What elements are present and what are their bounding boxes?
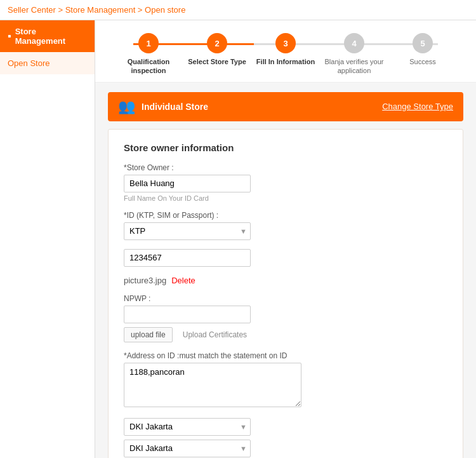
store-owner-input[interactable] — [124, 175, 251, 192]
city-select[interactable]: DKI Jakarta Bogor Depok — [124, 440, 251, 457]
step-2: 2 Select Store Type — [183, 33, 251, 66]
address-textarea[interactable]: 1188,pancoran — [124, 363, 301, 407]
id-type-select[interactable]: KTP SIM Passport — [124, 222, 251, 240]
step-5-circle: 5 — [413, 33, 433, 53]
id-type-select-wrapper: KTP SIM Passport ▼ — [124, 222, 251, 240]
store-type-label: Individual Store — [142, 102, 376, 112]
id-number-group — [124, 249, 447, 267]
delete-file-link[interactable]: Delete — [171, 276, 195, 285]
step-4-label: Blanja verifies your application — [320, 57, 388, 76]
step-2-label: Select Store Type — [188, 57, 246, 66]
step-3-label: Fill In Information — [256, 57, 315, 66]
address-group: *Address on ID :must match the statement… — [124, 351, 447, 409]
store-owner-group: *Store Owner : Full Name On Your ID Card — [124, 163, 447, 202]
form-container: Store owner information *Store Owner : F… — [108, 129, 463, 458]
sidebar: Store Management Open Store — [0, 20, 95, 458]
npwp-label: NPWP : — [124, 294, 447, 303]
step-5: 5 Success — [388, 33, 457, 66]
id-type-group: *ID (KTP, SIM or Passport) : KTP SIM Pas… — [124, 211, 447, 240]
upload-cert-button[interactable]: Upload Certificates — [176, 327, 253, 342]
id-number-input[interactable] — [124, 249, 251, 267]
step-3: 3 Fill In Information — [251, 33, 320, 66]
step-2-circle: 2 — [207, 33, 227, 53]
sidebar-item-open-store[interactable]: Open Store — [0, 52, 95, 74]
sidebar-header-label: Store Management — [15, 27, 87, 46]
step-1: 1 Qualification inspection — [114, 33, 183, 76]
file-name: picture3.jpg — [124, 276, 166, 285]
store-owner-hint: Full Name On Your ID Card — [124, 194, 447, 202]
form-section-title: Store owner information — [124, 142, 447, 153]
address-selects: DKI Jakarta Jawa Barat Jawa Tengah ▼ DKI… — [124, 418, 447, 458]
step-1-label: Qualification inspection — [114, 57, 183, 76]
step-5-label: Success — [409, 57, 436, 66]
sidebar-header: Store Management — [0, 20, 95, 52]
province-select[interactable]: DKI Jakarta Jawa Barat Jawa Tengah — [124, 418, 251, 436]
npwp-group: NPWP : upload file Upload Certificates — [124, 294, 447, 342]
steps: 1 Qualification inspection 2 Select Stor… — [114, 33, 457, 76]
change-store-type-link[interactable]: Change Store Type — [382, 102, 453, 111]
province-select-wrapper: DKI Jakarta Jawa Barat Jawa Tengah ▼ — [124, 418, 251, 436]
step-3-circle: 3 — [275, 33, 296, 53]
address-label: *Address on ID :must match the statement… — [124, 351, 447, 360]
store-owner-label: *Store Owner : — [124, 163, 447, 172]
step-4: 4 Blanja verifies your application — [320, 33, 388, 76]
upload-buttons: upload file Upload Certificates — [124, 327, 447, 342]
store-type-banner: 👥 Individual Store Change Store Type — [108, 92, 463, 121]
main-content: 1 Qualification inspection 2 Select Stor… — [95, 20, 476, 458]
breadcrumb: Seller Center > Store Management > Open … — [0, 0, 476, 20]
step-4-circle: 4 — [344, 33, 364, 53]
step-1-circle: 1 — [138, 33, 159, 53]
city-select-wrapper: DKI Jakarta Bogor Depok ▼ — [124, 440, 251, 457]
individual-store-icon: 👥 — [118, 98, 135, 115]
file-info: picture3.jpg Delete — [124, 276, 447, 285]
steps-container: 1 Qualification inspection 2 Select Stor… — [95, 20, 476, 83]
id-file-group: picture3.jpg Delete — [124, 276, 447, 285]
upload-file-button[interactable]: upload file — [124, 327, 173, 342]
id-type-label: *ID (KTP, SIM or Passport) : — [124, 211, 447, 220]
npwp-input[interactable] — [124, 306, 251, 323]
